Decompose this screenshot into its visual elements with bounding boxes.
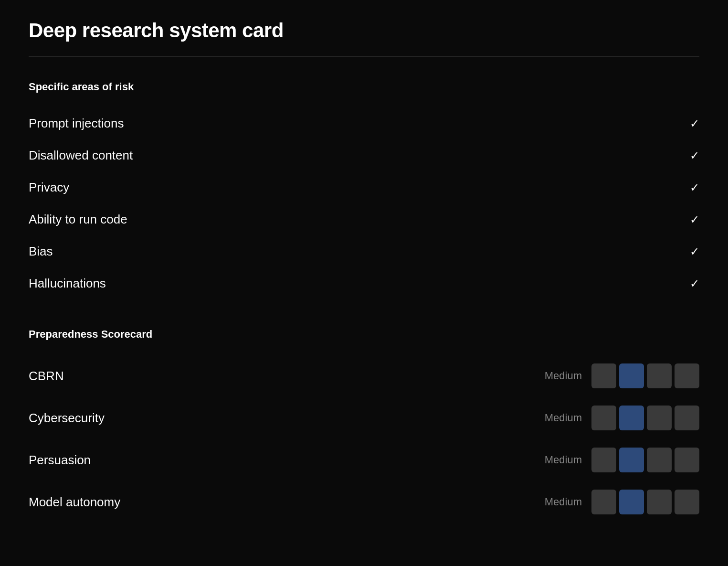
score-block (647, 448, 672, 472)
score-block (647, 406, 672, 430)
scorecard-item: CBRNMedium (29, 355, 699, 397)
scorecard-section: Preparedness Scorecard CBRNMediumCyberse… (29, 328, 699, 523)
score-label: Medium (544, 496, 582, 508)
risk-item-label: Hallucinations (29, 276, 106, 291)
risk-item: Privacy✓ (29, 171, 699, 203)
risk-item: Disallowed content✓ (29, 139, 699, 171)
score-block (591, 406, 616, 430)
score-block (647, 490, 672, 514)
risk-item: Ability to run code✓ (29, 203, 699, 235)
risk-item: Bias✓ (29, 235, 699, 267)
checkmark-icon: ✓ (690, 213, 699, 226)
divider (29, 56, 699, 57)
score-blocks (591, 363, 699, 388)
risk-section-title: Specific areas of risk (29, 81, 699, 93)
risk-item-label: Prompt injections (29, 116, 124, 131)
checkmark-icon: ✓ (690, 245, 699, 258)
score-block (619, 448, 644, 472)
score-block (591, 363, 616, 388)
scorecard-item: PersuasionMedium (29, 439, 699, 481)
page-title: Deep research system card (29, 19, 699, 42)
score-label: Medium (544, 370, 582, 382)
score-block (619, 363, 644, 388)
checkmark-icon: ✓ (690, 181, 699, 194)
score-label: Medium (544, 454, 582, 466)
scorecard-item: Model autonomyMedium (29, 481, 699, 523)
page-container: Deep research system card Specific areas… (0, 0, 728, 542)
scorecard-item-label: CBRN (29, 369, 64, 384)
scorecard-item-right: Medium (544, 363, 699, 388)
risk-item-label: Privacy (29, 180, 69, 195)
scorecard-item-label: Model autonomy (29, 495, 120, 510)
score-label: Medium (544, 412, 582, 424)
risk-section: Specific areas of risk Prompt injections… (29, 81, 699, 299)
scorecard-item-label: Cybersecurity (29, 411, 105, 426)
scorecard-item: CybersecurityMedium (29, 397, 699, 439)
scorecard-item-right: Medium (544, 406, 699, 430)
score-block (675, 490, 699, 514)
score-block (619, 406, 644, 430)
score-block (647, 363, 672, 388)
checkmark-icon: ✓ (690, 117, 699, 130)
risk-item: Hallucinations✓ (29, 267, 699, 299)
risk-list: Prompt injections✓Disallowed content✓Pri… (29, 107, 699, 299)
scorecard-item-label: Persuasion (29, 453, 91, 468)
scorecard-list: CBRNMediumCybersecurityMediumPersuasionM… (29, 355, 699, 523)
risk-item-label: Bias (29, 244, 53, 259)
score-blocks (591, 406, 699, 430)
score-blocks (591, 448, 699, 472)
risk-item: Prompt injections✓ (29, 107, 699, 139)
score-block (675, 448, 699, 472)
score-block (675, 363, 699, 388)
scorecard-section-title: Preparedness Scorecard (29, 328, 699, 341)
score-blocks (591, 490, 699, 514)
scorecard-item-right: Medium (544, 490, 699, 514)
checkmark-icon: ✓ (690, 149, 699, 162)
score-block (591, 448, 616, 472)
score-block (591, 490, 616, 514)
risk-item-label: Disallowed content (29, 148, 133, 163)
scorecard-item-right: Medium (544, 448, 699, 472)
risk-item-label: Ability to run code (29, 212, 127, 227)
score-block (675, 406, 699, 430)
score-block (619, 490, 644, 514)
checkmark-icon: ✓ (690, 277, 699, 290)
